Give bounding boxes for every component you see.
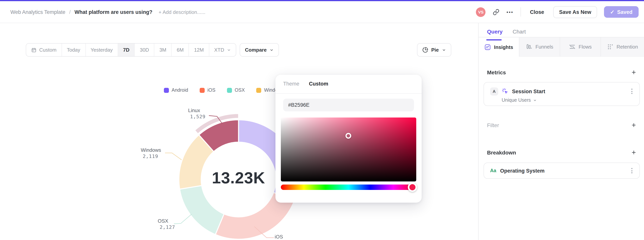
tab-chart[interactable]: Chart (512, 29, 526, 37)
slice-label-windows: Windows2,119 (141, 147, 161, 159)
slice-label-value: 1,529 (188, 114, 206, 120)
aggregation-label: Unique Users (502, 97, 531, 103)
saved-button[interactable]: ✓ Saved (604, 6, 638, 18)
query-sidebar: Query Chart InsightsFunnelsFlowsRetentio… (478, 23, 644, 240)
slice-label-value: 2,127 (158, 224, 175, 230)
mode-label: Funnels (536, 44, 554, 50)
header: Web Analytics Template / What platform a… (0, 1, 644, 23)
slice-label-osx: OSX2,127 (158, 218, 175, 230)
metric-menu-icon[interactable] (630, 87, 634, 96)
color-picker-tabs: Theme Custom (283, 81, 328, 87)
color-picker-popup: Theme Custom #B2596E (276, 75, 422, 203)
metrics-section-header: Metrics + (478, 69, 644, 76)
check-icon: ✓ (610, 9, 614, 15)
calendar-icon (31, 47, 36, 53)
range-yesterday[interactable]: Yesterday (86, 44, 118, 56)
more-options-icon[interactable]: ••• (506, 9, 514, 15)
chart-type-label: Pie (431, 47, 439, 53)
sidebar-tabs: Query Chart (478, 23, 644, 37)
page-title[interactable]: What platform are users using? (74, 9, 152, 15)
chart-center-total: 13.23K (200, 169, 277, 187)
pie-chart-icon (422, 47, 428, 53)
string-property-icon: Aa (490, 168, 496, 173)
range-xtd[interactable]: XTD (209, 44, 236, 56)
chevron-down-icon (533, 98, 536, 102)
mode-label: Insights (494, 44, 513, 50)
retention-icon (607, 44, 614, 50)
tab-custom[interactable]: Custom (309, 81, 328, 87)
color-cursor[interactable] (346, 133, 351, 139)
aggregation-dropdown[interactable]: Unique Users (484, 96, 640, 103)
saturation-value-area[interactable] (281, 117, 416, 181)
add-breakdown-button[interactable]: + (632, 149, 636, 156)
range-12m[interactable]: 12M (189, 44, 209, 56)
saved-label: Saved (617, 9, 632, 15)
slice-label-name: OSX (158, 218, 175, 224)
chevron-down-icon (227, 48, 231, 52)
breakdown-section-header: Breakdown + (478, 149, 644, 156)
header-actions: VS ••• Close Save As New ✓ Saved (476, 6, 638, 18)
add-description-button[interactable]: + Add description...... (158, 9, 206, 15)
breakdown-card[interactable]: Aa Operating System (484, 163, 640, 179)
slice-label-value: 2,119 (141, 153, 161, 159)
share-link-icon[interactable] (492, 9, 500, 16)
app-window: Web Analytics Template / What platform a… (0, 0, 644, 240)
hue-slider[interactable] (281, 184, 416, 190)
breakdown-menu-icon[interactable] (630, 166, 634, 175)
date-range-group: CustomTodayYesterday7D30D3M6M12MXTD (26, 43, 236, 57)
breadcrumb-root[interactable]: Web Analytics Template (10, 9, 66, 15)
mode-label: Retention (616, 44, 638, 50)
add-metric-button[interactable]: + (632, 69, 636, 76)
slice-label-linux: Linux1,529 (188, 107, 206, 120)
tab-theme[interactable]: Theme (283, 81, 299, 87)
series-badge: A (490, 87, 498, 95)
mode-tab-retention[interactable]: Retention (601, 37, 644, 57)
slice-label-ios: iOS3,402 (275, 234, 292, 240)
range-3m[interactable]: 3M (154, 44, 172, 56)
mode-label: Flows (578, 44, 592, 50)
leader-line-osx (174, 214, 192, 224)
avatar[interactable]: VS (476, 7, 486, 17)
slice-label-name: Linux (188, 107, 206, 114)
funnels-icon (526, 44, 532, 50)
tab-query[interactable]: Query (487, 29, 502, 37)
range-custom[interactable]: Custom (26, 44, 62, 56)
flows-icon (569, 44, 576, 50)
compare-label: Compare (245, 47, 267, 53)
breakdown-title[interactable]: Operating System (500, 168, 544, 173)
hue-slider-handle[interactable] (408, 183, 417, 192)
add-filter-button[interactable]: + (632, 121, 636, 129)
pie-slice-osx[interactable] (180, 185, 224, 234)
leader-line-windows (165, 153, 182, 160)
header-divider (520, 7, 521, 17)
filter-heading: Filter (487, 122, 499, 128)
metric-card[interactable]: A Session Start Unique Users (484, 82, 640, 106)
chevron-down-icon (270, 48, 274, 52)
mode-tab-flows[interactable]: Flows (560, 37, 601, 57)
breadcrumb-separator: / (69, 9, 71, 15)
event-click-icon (502, 88, 508, 95)
slice-label-name: iOS (275, 234, 292, 240)
range-6m[interactable]: 6M (172, 44, 189, 56)
metric-title[interactable]: Session Start (512, 88, 545, 94)
date-filter-row: CustomTodayYesterday7D30D3M6M12MXTD Comp… (26, 43, 279, 57)
picker-divider (276, 93, 422, 94)
hex-color-input[interactable]: #B2596E (283, 99, 414, 111)
chevron-down-icon (442, 48, 446, 52)
range-30d[interactable]: 30D (135, 44, 154, 56)
close-button[interactable]: Close (528, 7, 546, 17)
save-as-new-button[interactable]: Save As New (554, 6, 597, 18)
mode-tab-funnels[interactable]: Funnels (519, 37, 560, 57)
breakdown-heading: Breakdown (487, 149, 516, 155)
insight-mode-tabs: InsightsFunnelsFlowsRetention (478, 37, 644, 57)
slice-label-name: Windows (141, 147, 161, 153)
insights-icon (484, 44, 491, 50)
compare-button[interactable]: Compare (240, 43, 279, 57)
metrics-heading: Metrics (487, 69, 506, 75)
range-today[interactable]: Today (62, 44, 86, 56)
filter-section-header: Filter + (478, 121, 644, 129)
range-7d[interactable]: 7D (118, 44, 135, 56)
chart-type-button[interactable]: Pie (417, 43, 451, 57)
